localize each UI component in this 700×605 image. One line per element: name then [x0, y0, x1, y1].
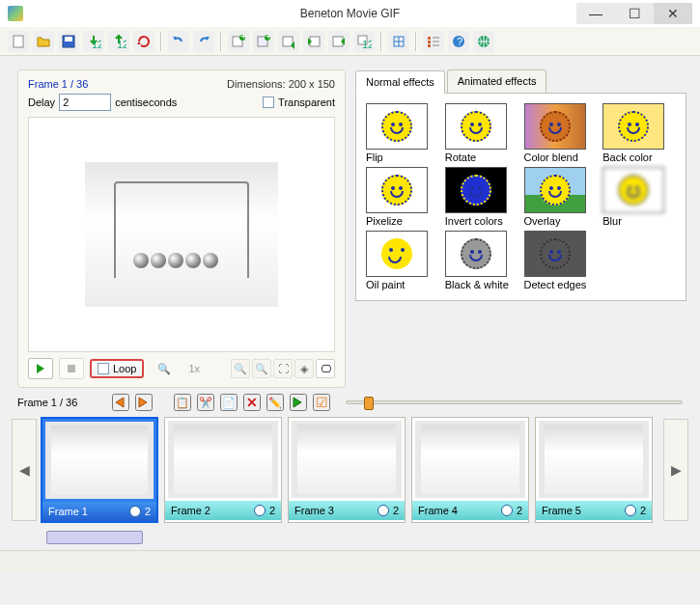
svg-text:123: 123: [362, 39, 372, 49]
close-button[interactable]: ✕: [654, 3, 692, 24]
stop-button[interactable]: [59, 358, 84, 379]
add-blank-icon[interactable]: +: [253, 31, 274, 52]
add-frame-icon[interactable]: +: [228, 31, 249, 52]
play-button[interactable]: [28, 358, 53, 379]
next-frame-button[interactable]: [135, 394, 153, 411]
effect-back-color[interactable]: Back color: [602, 103, 676, 163]
properties-icon[interactable]: [423, 31, 444, 52]
effect-label: Rotate: [445, 151, 518, 163]
tab-animated-effects[interactable]: Animated effects: [447, 69, 547, 93]
renumber-icon[interactable]: 123: [353, 31, 375, 52]
effect-pixelize[interactable]: Pixelize: [366, 167, 439, 227]
redo-icon[interactable]: [193, 31, 214, 52]
main-toolbar: 123123++123?: [0, 27, 700, 56]
web-icon[interactable]: [473, 31, 494, 52]
clock-icon: [501, 505, 513, 516]
prev-frame-button[interactable]: [112, 394, 129, 411]
preview-image: [28, 117, 335, 352]
effect-oil-paint[interactable]: Oil paint: [366, 231, 439, 290]
effect-label: Invert colors: [445, 215, 518, 227]
frame-delay: 2: [640, 505, 646, 516]
apply-frame-button[interactable]: [290, 394, 307, 411]
horizontal-scrollbar[interactable]: [46, 531, 143, 544]
minimize-button[interactable]: —: [576, 3, 615, 24]
effect-overlay[interactable]: Overlay: [524, 167, 598, 227]
zoom-actual-button[interactable]: ◈: [294, 359, 314, 378]
zoom-in-button[interactable]: 🔍: [231, 359, 250, 378]
effect-rotate[interactable]: Rotate: [445, 103, 518, 163]
frame-toolbar: Frame 1 / 36 📋 ✂️ 📄 ✕ ✏️ ☑: [0, 394, 700, 411]
clock-icon: [254, 505, 266, 516]
open-folder-icon[interactable]: [33, 31, 54, 52]
effect-flip[interactable]: Flip: [366, 103, 439, 163]
move-left-icon[interactable]: [303, 31, 324, 52]
svg-text:123: 123: [117, 39, 126, 49]
frame-delay: 2: [269, 505, 275, 516]
frame-thumb: [292, 421, 402, 498]
frame-card[interactable]: Frame 12: [41, 417, 158, 523]
import-icon[interactable]: 123: [83, 31, 104, 52]
effect-blur[interactable]: Blur: [602, 167, 676, 227]
frame-thumb: [45, 422, 154, 499]
frame-delay: 2: [517, 505, 522, 516]
effect-detect-edges[interactable]: Detect edges: [524, 231, 598, 290]
effect-label: Color blend: [524, 151, 598, 163]
save-icon[interactable]: [58, 31, 79, 52]
insert-frame-icon[interactable]: [278, 31, 299, 52]
svg-text:123: 123: [92, 39, 101, 49]
refresh-icon[interactable]: [133, 31, 154, 52]
undo-icon[interactable]: [168, 31, 189, 52]
effect-label: Detect edges: [524, 279, 598, 290]
effect-label: Blur: [602, 215, 676, 227]
svg-rect-24: [428, 41, 431, 43]
frame-thumb: [168, 421, 278, 498]
loop-toggle[interactable]: Loop: [90, 359, 144, 378]
frame-card[interactable]: Frame 42: [411, 417, 529, 523]
fullscreen-button[interactable]: 🖵: [316, 359, 335, 378]
help-icon[interactable]: ?: [448, 31, 469, 52]
loop-checkbox[interactable]: [98, 363, 109, 374]
clock-icon: [625, 505, 636, 516]
zoom-out-button[interactable]: 🔍: [252, 359, 271, 378]
dimensions-label: Dimensions: 200 x 150: [227, 78, 335, 90]
zoom-level: 1x: [188, 363, 200, 374]
frame-card[interactable]: Frame 52: [535, 417, 653, 523]
scroll-right-button[interactable]: ▶: [663, 419, 688, 521]
scroll-left-button[interactable]: ◀: [12, 419, 37, 521]
delay-input[interactable]: [59, 94, 111, 111]
transparent-checkbox[interactable]: [263, 96, 274, 108]
frame-label: Frame 2: [171, 505, 210, 516]
effect-label: Oil paint: [366, 279, 439, 290]
svg-marker-35: [139, 398, 147, 407]
edit-frame-button[interactable]: ✏️: [266, 394, 284, 411]
effect-label: Back color: [602, 151, 676, 163]
svg-rect-33: [68, 365, 75, 372]
maximize-button[interactable]: ☐: [615, 3, 654, 24]
cut-frame-button[interactable]: ✂️: [197, 394, 214, 411]
new-file-icon[interactable]: [8, 31, 29, 52]
clock-icon: [129, 506, 141, 517]
effect-invert-colors[interactable]: Invert colors: [445, 167, 518, 227]
clock-icon: [378, 505, 389, 516]
effect-color-blend[interactable]: Color blend: [524, 103, 598, 163]
svg-marker-34: [116, 398, 124, 407]
delay-label: Delay: [28, 96, 55, 108]
frame-slider[interactable]: [346, 400, 683, 404]
resize-icon[interactable]: [388, 31, 409, 52]
slider-thumb[interactable]: [364, 397, 374, 410]
effect-black---white[interactable]: Black & white: [445, 231, 518, 290]
frame-card[interactable]: Frame 32: [288, 417, 406, 523]
effect-label: Flip: [366, 151, 439, 163]
move-right-icon[interactable]: [328, 31, 350, 52]
frame-counter: Frame 1 / 36: [28, 78, 88, 90]
export-icon[interactable]: 123: [108, 31, 129, 52]
paste-frame-button[interactable]: 📄: [220, 394, 238, 411]
svg-text:?: ?: [457, 36, 462, 47]
frame-card[interactable]: Frame 22: [164, 417, 282, 523]
tab-normal-effects[interactable]: Normal effects: [355, 70, 445, 94]
delete-frame-button[interactable]: ✕: [243, 394, 261, 411]
zoom-fit-button[interactable]: ⛶: [273, 359, 293, 378]
select-frame-button[interactable]: ☑: [313, 394, 330, 411]
copy-frame-button[interactable]: 📋: [174, 394, 191, 411]
frame-label: Frame 1: [48, 506, 88, 517]
